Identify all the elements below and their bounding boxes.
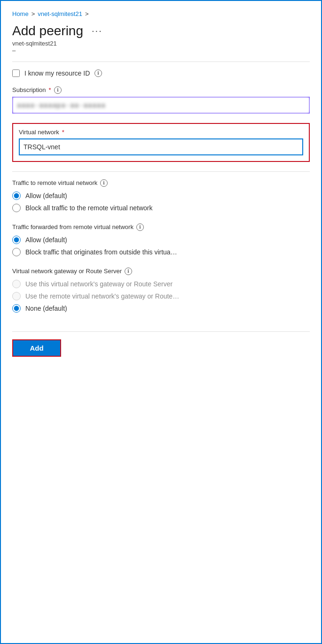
radio-forwarded-block-label: Block traffic that originates from outsi…	[25, 248, 177, 256]
virtual-network-input-wrapper	[19, 138, 303, 155]
radio-use-remote-gateway: Use the remote virtual network's gateway…	[12, 292, 310, 300]
virtual-network-required-star: *	[62, 129, 64, 136]
virtual-network-section: Virtual network *	[12, 123, 310, 162]
page-title-area: Add peering ··· vnet-sqlmitest21 –	[12, 23, 310, 54]
radio-use-this-gateway-input[interactable]	[12, 280, 21, 288]
radio-block-all-label: Block all traffic to the remote virtual …	[25, 204, 153, 212]
radio-use-this-gateway-label: Use this virtual network's gateway or Ro…	[25, 280, 173, 288]
radio-forwarded-allow: Allow (default)	[12, 236, 310, 244]
traffic-forwarded-label: Traffic forwarded from remote virtual ne…	[12, 223, 310, 231]
page-subtitle-dash: –	[12, 47, 310, 54]
page-subtitle: vnet-sqlmitest21	[12, 40, 310, 47]
traffic-forwarded-info-icon[interactable]: ℹ	[136, 223, 144, 231]
radio-none-default: None (default)	[12, 304, 310, 313]
breadcrumb-separator-2: >	[85, 10, 89, 17]
radio-allow-default: Allow (default)	[12, 192, 310, 200]
resource-id-info-icon[interactable]: ℹ	[94, 69, 102, 77]
breadcrumb: Home > vnet-sqlmitest21 >	[12, 10, 310, 17]
traffic-forwarded-section: Traffic forwarded from remote virtual ne…	[12, 223, 310, 256]
radio-block-all-input[interactable]	[12, 204, 21, 212]
section-divider-top	[12, 61, 310, 62]
radio-forwarded-block: Block traffic that originates from outsi…	[12, 248, 310, 256]
radio-block-all: Block all traffic to the remote virtual …	[12, 204, 310, 212]
radio-forwarded-allow-input[interactable]	[12, 236, 21, 244]
subscription-required-star: *	[49, 86, 51, 93]
resource-id-checkbox[interactable]	[12, 69, 20, 77]
radio-forwarded-block-input[interactable]	[12, 248, 21, 256]
radio-use-this-gateway: Use this virtual network's gateway or Ro…	[12, 280, 310, 288]
add-button-wrapper: Add	[12, 339, 61, 357]
subscription-input-wrapper	[12, 97, 310, 114]
add-button[interactable]: Add	[13, 340, 60, 356]
subscription-input[interactable]	[13, 98, 309, 113]
section-divider-mid	[12, 171, 310, 172]
breadcrumb-separator-1: >	[31, 10, 35, 17]
radio-allow-default-label: Allow (default)	[25, 192, 67, 199]
traffic-to-remote-section: Traffic to remote virtual network ℹ Allo…	[12, 179, 310, 212]
traffic-to-remote-label: Traffic to remote virtual network ℹ	[12, 179, 310, 187]
vnet-gateway-info-icon[interactable]: ℹ	[125, 268, 132, 275]
subscription-field: Subscription * ℹ	[12, 86, 310, 114]
subscription-label: Subscription * ℹ	[12, 86, 310, 94]
radio-none-default-input[interactable]	[12, 304, 21, 313]
more-options-button[interactable]: ···	[89, 24, 105, 37]
radio-forwarded-allow-label: Allow (default)	[25, 236, 67, 244]
virtual-network-label: Virtual network *	[19, 129, 303, 136]
traffic-to-remote-info-icon[interactable]: ℹ	[100, 179, 108, 187]
resource-id-label: I know my resource ID	[24, 69, 90, 77]
breadcrumb-vnet[interactable]: vnet-sqlmitest21	[38, 10, 82, 17]
breadcrumb-home[interactable]: Home	[12, 10, 29, 17]
page-title: Add peering	[12, 23, 83, 39]
virtual-network-input[interactable]	[20, 139, 302, 154]
resource-id-checkbox-row: I know my resource ID ℹ	[12, 69, 310, 77]
vnet-gateway-label: Virtual network gateway or Route Server …	[12, 268, 310, 275]
vnet-gateway-section: Virtual network gateway or Route Server …	[12, 268, 310, 313]
radio-use-remote-gateway-input[interactable]	[12, 292, 21, 300]
footer-area: Add	[12, 331, 310, 357]
radio-use-remote-gateway-label: Use the remote virtual network's gateway…	[25, 292, 179, 300]
radio-none-default-label: None (default)	[25, 305, 67, 312]
radio-allow-default-input[interactable]	[12, 192, 21, 200]
subscription-info-icon[interactable]: ℹ	[54, 86, 62, 94]
